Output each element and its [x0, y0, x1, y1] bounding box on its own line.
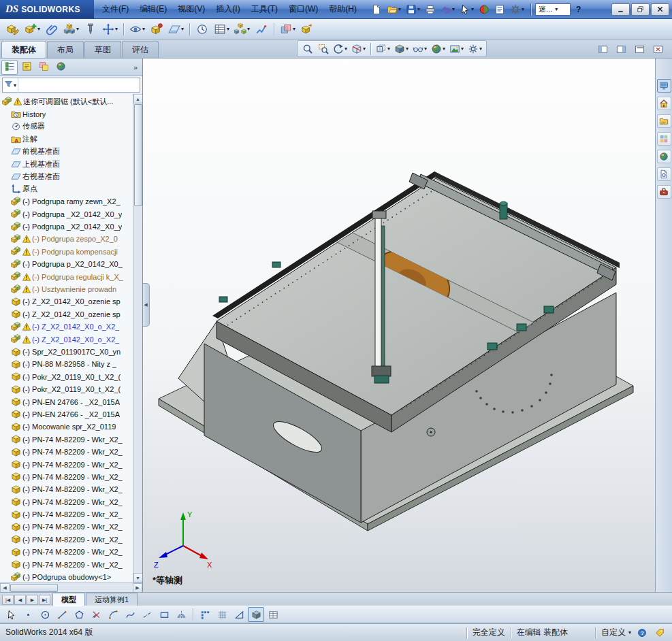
command-tab[interactable]: 评估 [122, 41, 159, 58]
menu-item[interactable]: 编辑(E) [134, 0, 172, 18]
file-explorer-button[interactable] [657, 114, 671, 128]
tree-item[interactable]: (-) PN-74 M-82209 - Wkr_X2_ [1, 496, 133, 508]
menu-item[interactable]: 帮助(H) [323, 0, 362, 18]
rebuild-button[interactable] [477, 2, 492, 17]
tree-item[interactable]: History [1, 108, 133, 120]
grid-system-button[interactable] [214, 607, 230, 622]
custom-selector[interactable]: 自定义 ▾ [601, 627, 631, 638]
nav-prev-button[interactable]: ◀ [14, 595, 26, 605]
collapse-pane-button[interactable] [632, 42, 647, 56]
command-tab[interactable]: 装配体 [1, 41, 46, 58]
tree-item[interactable]: (-) Podgrupa kompensacji [1, 246, 133, 258]
scroll-right-arrow[interactable]: ▶ [133, 583, 142, 593]
tree-item[interactable]: (-) PN-74 M-82209 - Wkr_X2_ [1, 546, 133, 558]
tree-item[interactable]: (-) Podgrupa _X2_0142_X0_y [1, 208, 133, 220]
new-motion-study-button[interactable] [193, 20, 211, 38]
circle-button[interactable] [37, 607, 53, 622]
tree-scrollbar[interactable]: ▲ ▼ [133, 94, 142, 582]
assembly-features-button[interactable] [148, 20, 165, 38]
line-button[interactable] [54, 607, 70, 622]
mirror-entities-button[interactable] [173, 607, 189, 622]
tree-item[interactable]: (-) Z_X2_0142_X0_ozenie sp [1, 308, 133, 320]
tree-item[interactable]: 原点 [1, 183, 133, 195]
nav-next-button[interactable]: ▶ [27, 595, 38, 605]
tab-configurationmanager[interactable] [35, 60, 52, 75]
built-in-libraries-button[interactable] [657, 185, 671, 199]
tree-item[interactable]: (-) POdgrupa obudowy<1> [1, 571, 133, 582]
tree-item[interactable]: (-) PN-74 M-82209 - Wkr_X2_ [1, 446, 133, 458]
shaded-view-button[interactable] [248, 607, 264, 622]
nav-last-button[interactable]: ▶| [39, 595, 50, 605]
linear-sketch-pattern-button[interactable] [197, 607, 213, 622]
polygon-button[interactable] [71, 607, 87, 622]
tree-item[interactable]: (-) Spr_X2_0119017C_X0_yn [1, 346, 133, 358]
dock-left-button[interactable] [595, 42, 610, 56]
tab-featuremanager[interactable] [1, 60, 18, 75]
undo-button[interactable]: ▾ [438, 2, 457, 17]
arc-button[interactable] [105, 607, 121, 622]
smart-fasteners-button[interactable] [82, 20, 99, 38]
tree-item[interactable]: 右视基准面 [1, 170, 133, 182]
document-tab[interactable]: 模型 [52, 593, 85, 606]
interference-detection-button[interactable]: ▾ [278, 20, 298, 38]
tree-item[interactable]: (-) PN-74 M-82209 - Wkr_X2_ [1, 458, 133, 470]
tree-item[interactable]: (-) PN-74 M-82209 - Wkr_X2_ [1, 433, 133, 446]
menu-item[interactable]: 视图(V) [172, 0, 210, 18]
nav-first-button[interactable]: |◀ [2, 595, 14, 605]
panel-splitter[interactable]: ◀ [143, 283, 150, 327]
print-button[interactable] [423, 2, 438, 17]
search-box[interactable]: 迷... ▾ [535, 3, 571, 16]
tab-displaymanager[interactable] [52, 60, 69, 75]
move-component-button[interactable]: ▾ [100, 20, 120, 38]
edit-component-button[interactable] [4, 20, 22, 38]
tree-item[interactable]: 前视基准面 [1, 146, 133, 158]
display-style-button[interactable]: ▾ [392, 42, 411, 56]
select-pointer-button[interactable]: ▾ [458, 2, 476, 17]
tree-item[interactable]: (-) Podgrupa zespo_X2_0 [1, 233, 133, 245]
menu-item[interactable]: 文件(F) [97, 0, 134, 18]
tags-button[interactable] [653, 626, 667, 640]
tree-item[interactable]: (-) Z_X2_0142_X0_o_X2_ [1, 320, 133, 333]
tree-item[interactable]: (-) PN-88 M-82958 - Nity z _ [1, 358, 133, 370]
insert-components-button[interactable]: ▾ [22, 20, 42, 38]
tree-root[interactable]: 迷你可调圆锯 (默认<默认... [1, 95, 133, 108]
tree-item[interactable]: (-) PN-74 M-82209 - Wkr_X2_ [1, 508, 133, 521]
custom-properties-button[interactable] [657, 167, 671, 181]
linear-component-pattern-button[interactable]: ▾ [61, 20, 81, 38]
quick-tips-button[interactable]: ? [635, 626, 649, 640]
menu-item[interactable]: 窗口(W) [283, 0, 323, 18]
corner-rectangle-button[interactable] [156, 607, 172, 622]
tree-item[interactable]: 传感器 [1, 120, 133, 133]
tree-item[interactable]: (-) PN-74 M-82209 - Wkr_X2_ [1, 533, 133, 546]
apply-scene-button[interactable]: ▾ [447, 42, 466, 56]
hide-show-items-button[interactable]: ▾ [411, 42, 429, 56]
zoom-to-fit-button[interactable] [300, 42, 315, 56]
graphics-area[interactable]: Y X Z *等轴测 ◀ [143, 59, 655, 592]
tree-item[interactable]: (-) Podgrupa regulacji k_X_ [1, 270, 133, 282]
tree-item[interactable]: (-) Mocowanie spr_X2_0119 [1, 421, 133, 433]
close-button[interactable] [651, 3, 669, 16]
hscroll-thumb[interactable] [10, 584, 58, 592]
document-tab[interactable]: 运动算例1 [86, 593, 138, 606]
zoom-to-area-button[interactable] [315, 42, 331, 56]
tree-item[interactable]: (-) Pokr_X2_0119_X0_t_X2_( [1, 371, 133, 383]
menu-item[interactable]: 插入(I) [210, 0, 245, 18]
sketch-point-button[interactable] [20, 607, 36, 622]
previous-view-button[interactable]: ▾ [331, 42, 349, 56]
options-button[interactable]: ▾ [508, 2, 526, 17]
reference-geometry-button[interactable]: ▾ [166, 20, 186, 38]
tree-hscrollbar[interactable]: ◀ ▶ [0, 582, 142, 592]
section-view-button[interactable]: ▾ [349, 42, 368, 56]
tree-item[interactable]: 上视基准面 [1, 158, 133, 170]
file-properties-button[interactable] [492, 2, 507, 17]
scroll-up-arrow[interactable]: ▲ [133, 94, 143, 103]
tree-item[interactable]: (-) Podgrupa ramy zewn_X2_ [1, 195, 133, 208]
tree-item[interactable]: (-) PN-74 M-82209 - Wkr_X2_ [1, 471, 133, 483]
exploded-view-button[interactable]: ▾ [232, 20, 252, 38]
save-button[interactable]: ▾ [404, 2, 422, 17]
view-orientation-button[interactable]: ▾ [374, 42, 392, 56]
design-library-button[interactable] [657, 97, 671, 110]
tree-item[interactable]: (-) Pokr_X2_0119_X0_t_X2_( [1, 383, 133, 395]
open-button[interactable]: ▾ [385, 2, 403, 17]
plane-view-button[interactable] [231, 607, 247, 622]
